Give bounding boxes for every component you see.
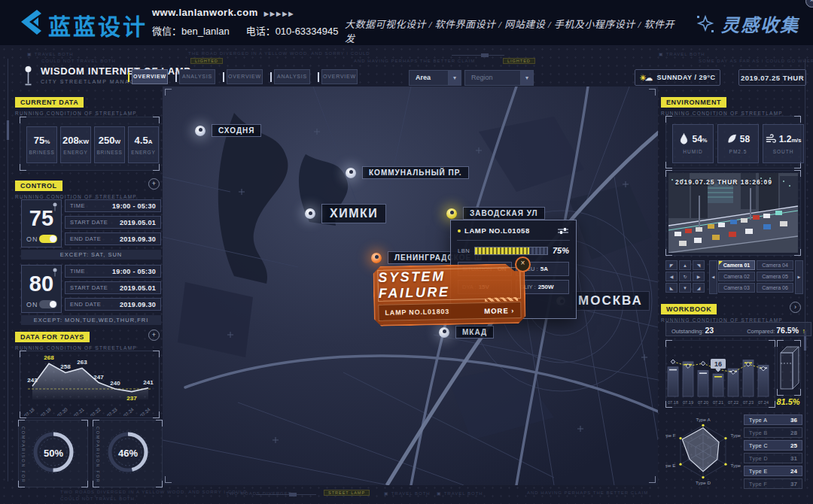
lbn-progress-fill — [475, 247, 529, 254]
pan-down-icon[interactable]: ▼ — [679, 283, 691, 293]
control-section: CONTROL + RUNNING CONDITION OF STREETLAM… — [15, 178, 161, 199]
power-toggle[interactable] — [39, 235, 57, 243]
camera-prev-button[interactable]: ◀ — [709, 260, 717, 294]
type-row-type-d[interactable]: Type D31 — [744, 453, 802, 463]
failure-lamp-id: LAMP NO.L01803 — [385, 308, 449, 317]
decor-slider[interactable] — [452, 55, 504, 56]
failure-more-button[interactable]: MORE › — [484, 306, 515, 315]
data-7days-badge: DATA FOR 7DAYS — [15, 332, 90, 342]
stat-label: ENERGY — [131, 150, 155, 155]
power-toggle[interactable] — [39, 300, 57, 308]
map-pin-заводская ул[interactable]: ЗАВОДСКАЯ УЛ — [446, 207, 545, 220]
camera-timestamp: 2019.07.25 THUR 18:26:09 — [675, 178, 772, 186]
pan-reset-icon[interactable]: ↻ — [679, 272, 691, 281]
row-label: TIME — [70, 202, 85, 209]
slider-handle[interactable] — [481, 53, 489, 57]
failure-footer: LAMP NO.L01803 MORE › — [378, 302, 521, 321]
pan-down-right-icon[interactable]: ◢ — [693, 283, 705, 293]
workbook-more-button[interactable]: › — [790, 302, 801, 313]
line-chart: 24326825826324724023724107.1807.1907.200… — [22, 353, 157, 419]
camera-button-4[interactable]: Camera 04 — [757, 260, 793, 270]
camera-feed-image: 2019.07.25 THUR 18:26:09 — [668, 173, 798, 253]
environment-subtitle: RUNNING CONDITION OF STREETLAMP — [661, 111, 802, 116]
pan-up-right-icon[interactable]: ◥ — [693, 260, 705, 270]
lbn-percent: 75% — [553, 246, 569, 255]
svg-text:Type E: Type E — [665, 463, 675, 468]
sliders-icon[interactable] — [558, 227, 568, 235]
env-value: 54% — [692, 134, 707, 144]
pan-right-icon[interactable]: ▶ — [693, 272, 705, 281]
tab-overview-4[interactable]: OVERVIEW — [318, 69, 358, 84]
map-pin-коммунальный пр.[interactable]: КОММУНАЛЬНЫЙ ПР. — [346, 166, 469, 179]
type-row-type-a[interactable]: Type A36 — [744, 414, 802, 425]
tab-overview-0[interactable]: OVERVIEW — [128, 69, 168, 84]
lamp-pin-icon — [371, 253, 382, 263]
type-row-type-b[interactable]: Type B28 — [744, 427, 802, 438]
env-card-top: 58 — [726, 133, 750, 144]
decor-text: TWO ROADS DIVERGED IN A YELLOW WOOD, AND… — [60, 490, 248, 494]
map-pin-мкад[interactable]: МКАД — [439, 326, 494, 339]
type-value: 24 — [790, 468, 797, 475]
hazard-stripes — [485, 297, 518, 302]
type-value: 28 — [790, 430, 797, 436]
svg-text:07.22: 07.22 — [89, 406, 102, 416]
camera-button-1[interactable]: Camera 01 — [718, 260, 755, 270]
services-text: 大数据可视化设计 / 软件界面设计 / 网站建设 / 手机及小程序设计 / 软件… — [345, 17, 676, 45]
decor-text: AND HAVING PERHAPS THE BETTER CLAIM — [354, 59, 475, 63]
tab-analysis-3[interactable]: ANALYSIS — [270, 69, 310, 84]
svg-text:258: 258 — [60, 363, 71, 370]
map-pin-сходня[interactable]: СХОДНЯ — [195, 124, 261, 137]
schedule-rows: TIME19:00 - 05:30START DATE2019.05.01END… — [65, 199, 161, 249]
slider-handle[interactable] — [289, 493, 297, 496]
data-7days-add-button[interactable]: + — [148, 329, 160, 341]
camera-button-3[interactable]: Camera 03 — [718, 283, 755, 293]
cube-gauge-frame — [777, 340, 801, 396]
power-row: ON — [26, 300, 57, 308]
camera-next-button[interactable]: ▶ — [795, 260, 803, 294]
row-label: END DATE — [70, 235, 101, 242]
failure-close-icon[interactable]: × — [515, 257, 531, 272]
pan-down-left-icon[interactable]: ◣ — [665, 283, 678, 293]
svg-text:240: 240 — [110, 380, 120, 387]
outstanding-label: Outstanding: — [671, 328, 704, 335]
arrows-decor: ▶▶▶▶▶ — [264, 11, 295, 17]
type-row-type-f[interactable]: Type F37 — [744, 478, 802, 489]
control-add-button[interactable]: + — [148, 178, 160, 190]
pan-up-icon[interactable]: ▲ — [679, 260, 691, 270]
decor-text: TWO ROADS DIVERGED — [226, 491, 292, 496]
env-card-top: 54% — [678, 133, 707, 144]
inspiration-collect: 灵感收集 — [696, 11, 799, 37]
region-select[interactable]: Region ▾ — [464, 70, 534, 86]
leaf-icon — [726, 133, 738, 144]
tab-overview-2[interactable]: OVERVIEW — [223, 69, 263, 84]
decor-text: THE ROAD DIVERGED IN A YELLOW WOOD, AND … — [188, 51, 370, 56]
tab-analysis-1[interactable]: ANALYSIS — [175, 69, 215, 84]
decor-text: AND HAVING PERHAPS THE BETTER CLAIM — [527, 490, 648, 495]
pin-label: МКАД — [455, 326, 494, 339]
svg-text:07.22: 07.22 — [728, 400, 738, 405]
pan-up-left-icon[interactable]: ◤ — [665, 260, 678, 270]
svg-text:16: 16 — [714, 360, 722, 368]
camera-button-6[interactable]: Camera 06 — [757, 283, 793, 293]
website-url: www.lanlanwork.com — [152, 7, 258, 18]
pan-left-icon[interactable]: ◀ — [665, 272, 678, 281]
type-row-type-c[interactable]: Type C25 — [744, 440, 802, 451]
except-bar: EXCEPT: SAT, SUN — [21, 250, 161, 260]
area-select[interactable]: Area ▾ — [409, 70, 461, 86]
type-row-type-e[interactable]: Type E24 — [744, 466, 802, 476]
camera-button-5[interactable]: Camera 05 — [757, 272, 793, 281]
camera-button-2[interactable]: Camera 02 — [718, 272, 755, 281]
compared-value: 76.5% — [776, 326, 799, 335]
brightness-tile: 80ON — [21, 265, 62, 313]
left-ruler-handle[interactable] — [7, 120, 9, 140]
map-pin-химки[interactable]: ХИМКИ — [305, 204, 386, 223]
type-value: 36 — [790, 417, 797, 424]
env-value: 1.2m/s — [779, 134, 802, 144]
decor-slider[interactable] — [256, 494, 316, 495]
schedule-row-end-date: END DATE2019.09.30 — [65, 298, 161, 311]
svg-text:07.24: 07.24 — [758, 400, 769, 405]
current-data-section: CURRENT DATA RUNNING CONDITION OF STREET… — [15, 94, 161, 116]
chevron-down-icon: ▾ — [520, 71, 533, 85]
decor-text: ▣TRAVEL BOTH — [659, 51, 705, 56]
svg-text:07.23: 07.23 — [105, 406, 118, 416]
